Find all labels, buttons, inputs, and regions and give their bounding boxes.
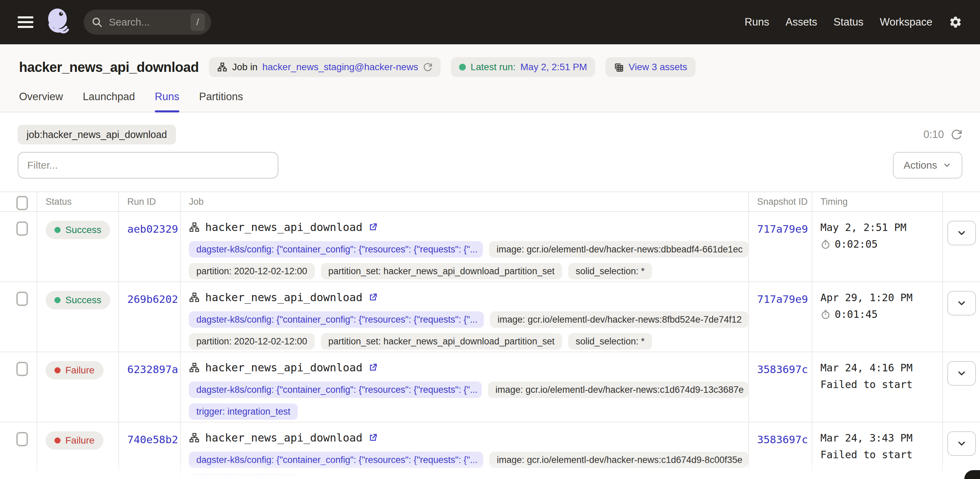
latest-run-chip: Latest run: May 2, 2:51 PM bbox=[451, 57, 595, 77]
job-name-link[interactable]: hacker_news_api_download bbox=[205, 361, 363, 374]
run-tag[interactable]: image: gcr.io/elementl-dev/hacker-news:8… bbox=[490, 311, 748, 328]
settings-button[interactable] bbox=[949, 15, 962, 29]
status-badge: Success bbox=[46, 291, 110, 309]
run-tag[interactable]: partition: 2020-12-02-12:00 bbox=[189, 263, 315, 279]
row-checkbox[interactable] bbox=[16, 222, 28, 236]
chevron-down-icon bbox=[956, 438, 967, 449]
expand-row-button[interactable] bbox=[947, 221, 976, 245]
expand-row-button[interactable] bbox=[947, 431, 976, 456]
view-assets-link[interactable]: View 3 assets bbox=[628, 62, 687, 73]
external-link-icon[interactable] bbox=[368, 292, 378, 303]
table-header-row: Status Run ID Job Snapshot ID Timing bbox=[0, 192, 980, 212]
status-dot bbox=[54, 297, 60, 303]
status-dot bbox=[54, 437, 60, 444]
search-icon bbox=[91, 16, 103, 28]
snapshot-id-link[interactable]: 3583697c bbox=[757, 433, 808, 445]
nav-item-runs[interactable]: Runs bbox=[745, 16, 769, 28]
external-link-icon[interactable] bbox=[368, 222, 378, 232]
job-location-chip: Job in hacker_news_staging@hacker-news bbox=[209, 57, 441, 77]
column-header-snapshot-id: Snapshot ID bbox=[749, 192, 812, 211]
run-tag[interactable]: partition_set: hacker_news_api_download_… bbox=[321, 263, 562, 279]
row-checkbox[interactable] bbox=[16, 292, 28, 306]
actions-button[interactable]: Actions bbox=[893, 152, 962, 179]
run-tag[interactable]: dagster-k8s/config: {"container_config":… bbox=[189, 241, 483, 257]
tab-partitions[interactable]: Partitions bbox=[199, 91, 243, 112]
status-badge: Failure bbox=[46, 361, 103, 380]
latest-run-status-dot bbox=[459, 64, 466, 70]
external-link-icon[interactable] bbox=[368, 433, 378, 443]
external-link-icon[interactable] bbox=[368, 362, 378, 373]
search-input[interactable] bbox=[109, 16, 191, 28]
run-tag[interactable]: partition_set: hacker_news_api_download_… bbox=[321, 333, 562, 350]
run-start-time: Mar 24, 3:43 PM bbox=[821, 432, 942, 444]
job-graph-icon bbox=[189, 432, 200, 443]
table-row: Success aeb02329 hacker_news_api_downloa… bbox=[0, 212, 980, 282]
stopwatch-icon bbox=[821, 239, 830, 249]
snapshot-id-link[interactable]: 3583697c bbox=[757, 363, 808, 375]
job-name-link[interactable]: hacker_news_api_download bbox=[205, 221, 363, 234]
run-id-link[interactable]: 269b6202 bbox=[127, 293, 178, 305]
run-id-link[interactable]: aeb02329 bbox=[127, 223, 178, 235]
search-shortcut-key: / bbox=[191, 13, 205, 31]
tab-runs[interactable]: Runs bbox=[155, 91, 179, 112]
global-search: / bbox=[84, 10, 211, 35]
timing-cell: Apr 29, 1:20 PM 0:01:45 bbox=[812, 282, 943, 351]
nav-item-assets[interactable]: Assets bbox=[786, 16, 817, 28]
run-tag[interactable]: solid_selection: * bbox=[568, 333, 652, 350]
job-name-link[interactable]: hacker_news_api_download bbox=[205, 431, 363, 444]
tab-launchpad[interactable]: Launchpad bbox=[83, 91, 135, 112]
run-id-link[interactable]: 6232897a bbox=[127, 363, 178, 375]
nav-item-status[interactable]: Status bbox=[834, 16, 864, 28]
column-header-run-id: Run ID bbox=[119, 192, 181, 211]
status-dot bbox=[54, 227, 60, 233]
run-duration: 0:01:45 bbox=[835, 308, 878, 320]
refresh-icon[interactable] bbox=[951, 129, 962, 141]
job-in-label: Job in bbox=[232, 62, 258, 73]
top-navigation-bar: / RunsAssetsStatusWorkspace bbox=[0, 0, 980, 44]
chevron-down-icon bbox=[956, 228, 967, 238]
run-tag[interactable]: trigger: integration_test bbox=[189, 474, 298, 479]
chevron-down-icon bbox=[956, 298, 967, 309]
row-checkbox[interactable] bbox=[16, 362, 28, 376]
run-tag[interactable]: image: gcr.io/elementl-dev/hacker-news:d… bbox=[489, 241, 748, 257]
run-id-link[interactable]: 740e58b2 bbox=[127, 433, 178, 445]
runs-filter-input[interactable] bbox=[18, 152, 278, 179]
tab-overview[interactable]: Overview bbox=[19, 91, 63, 112]
snapshot-id-link[interactable]: 717a79e9 bbox=[757, 293, 808, 305]
run-tag[interactable]: trigger: integration_test bbox=[189, 403, 298, 420]
dagster-logo[interactable] bbox=[46, 8, 72, 37]
job-location-link[interactable]: hacker_news_staging@hacker-news bbox=[262, 62, 418, 73]
run-tag[interactable]: solid_selection: * bbox=[568, 263, 652, 279]
hamburger-menu-icon[interactable] bbox=[18, 16, 33, 28]
run-tag[interactable]: dagster-k8s/config: {"container_config":… bbox=[189, 452, 483, 468]
reload-location-icon[interactable] bbox=[423, 62, 433, 72]
job-graph-icon bbox=[189, 362, 200, 373]
run-start-time: Mar 24, 4:16 PM bbox=[821, 362, 942, 374]
job-graph-icon bbox=[189, 292, 200, 303]
run-tag[interactable]: image: gcr.io/elementl-dev/hacker-news:c… bbox=[489, 452, 748, 468]
expand-row-button[interactable] bbox=[947, 291, 976, 316]
table-row: Failure 6232897a hacker_news_api_downloa… bbox=[0, 352, 980, 422]
row-checkbox[interactable] bbox=[16, 432, 28, 446]
active-filter-tag[interactable]: job:hacker_news_api_download bbox=[18, 125, 176, 144]
topbar-nav: RunsAssetsStatusWorkspace bbox=[745, 16, 932, 28]
job-name-link[interactable]: hacker_news_api_download bbox=[205, 291, 363, 304]
timing-cell: Mar 24, 3:43 PM Failed to start bbox=[812, 422, 943, 479]
job-graph-icon bbox=[189, 222, 200, 233]
stopwatch-icon bbox=[821, 309, 830, 319]
nav-item-workspace[interactable]: Workspace bbox=[880, 16, 933, 28]
table-row: Failure 740e58b2 hacker_news_api_downloa… bbox=[0, 422, 980, 479]
expand-row-button[interactable] bbox=[947, 361, 976, 386]
gear-icon bbox=[949, 15, 962, 29]
run-tag[interactable]: dagster-k8s/config: {"container_config":… bbox=[189, 311, 484, 328]
column-header-timing: Timing bbox=[812, 192, 943, 211]
run-tag[interactable]: partition: 2020-12-02-12:00 bbox=[189, 333, 315, 350]
latest-run-link[interactable]: May 2, 2:51 PM bbox=[520, 62, 587, 73]
runs-table: Status Run ID Job Snapshot ID Timing Suc… bbox=[0, 192, 980, 479]
run-tag[interactable]: dagster-k8s/config: {"container_config":… bbox=[189, 382, 482, 398]
snapshot-id-link[interactable]: 717a79e9 bbox=[757, 223, 808, 235]
column-header-status: Status bbox=[37, 192, 119, 211]
runs-table-body: Success aeb02329 hacker_news_api_downloa… bbox=[0, 212, 980, 479]
run-tag[interactable]: image: gcr.io/elementl-dev/hacker-news:c… bbox=[488, 382, 748, 398]
select-all-checkbox[interactable] bbox=[16, 196, 28, 210]
